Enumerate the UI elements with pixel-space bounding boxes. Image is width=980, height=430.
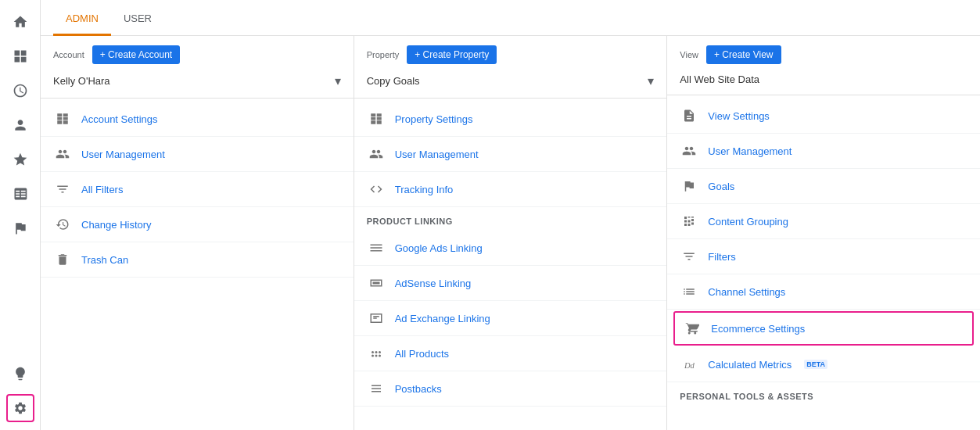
ad-exchange-linking-item[interactable]: Ad Exchange Linking (354, 301, 667, 336)
property-label: Property (367, 50, 400, 59)
user-management-icon (53, 145, 72, 163)
view-header: View + Create View (667, 45, 980, 70)
adsense-linking-item[interactable]: AdSense Linking (354, 266, 667, 301)
property-column: Property + Create Property Copy Goals ▾ … (354, 36, 668, 430)
goals-item[interactable]: Goals (667, 169, 980, 204)
property-chevron-icon: ▾ (648, 73, 654, 88)
property-select-value: Copy Goals (367, 75, 648, 87)
account-chevron-icon: ▾ (335, 73, 341, 88)
svg-text:Dd: Dd (684, 361, 695, 370)
svg-point-2 (379, 351, 381, 353)
create-view-button[interactable]: + Create View (706, 45, 781, 64)
gear-icon[interactable] (6, 394, 34, 422)
channel-settings-label: Channel Settings (708, 286, 785, 298)
clock-icon[interactable] (6, 77, 34, 105)
all-filters-item[interactable]: All Filters (41, 172, 354, 207)
property-select[interactable]: Copy Goals ▾ (354, 70, 667, 99)
top-tabs: ADMIN USER (41, 0, 980, 36)
google-ads-linking-item[interactable]: Google Ads Linking (354, 231, 667, 266)
dashboard-icon[interactable] (6, 42, 34, 70)
content-grouping-icon (680, 212, 698, 231)
adexchange-icon (367, 309, 386, 328)
view-settings-label: View Settings (708, 110, 770, 122)
create-account-button[interactable]: + Create Account (92, 45, 180, 64)
view-user-management-item[interactable]: User Management (667, 134, 980, 169)
home-icon[interactable] (6, 8, 34, 36)
account-header: Account + Create Account (41, 45, 354, 70)
main: ADMIN USER Account + Create Account Kell… (41, 0, 980, 430)
view-filter-icon (680, 247, 698, 266)
user-icon[interactable] (6, 111, 34, 139)
product-linking-label: PRODUCT LINKING (354, 207, 667, 231)
view-user-management-label: User Management (708, 145, 792, 157)
property-user-management-label: User Management (395, 149, 479, 160)
trash-can-label: Trash Can (81, 254, 128, 266)
account-settings-icon (53, 109, 72, 128)
svg-point-5 (379, 355, 381, 357)
change-history-label: Change History (81, 219, 152, 231)
view-label: View (680, 50, 698, 59)
account-label: Account (53, 50, 84, 59)
postbacks-icon (367, 379, 386, 398)
ecommerce-settings-label: Ecommerce Settings (711, 323, 805, 335)
svg-point-4 (375, 355, 377, 357)
content-grouping-item[interactable]: Content Grouping (667, 204, 980, 239)
create-property-button[interactable]: + Create Property (407, 45, 497, 64)
sidebar (0, 0, 41, 430)
postbacks-label: Postbacks (395, 383, 442, 395)
goals-icon (680, 177, 698, 195)
tracking-info-item[interactable]: Tracking Info (354, 172, 667, 207)
tracking-icon (367, 180, 386, 199)
view-column: View + Create View All Web Site Data Vie… (667, 36, 980, 430)
lightbulb-icon[interactable] (6, 360, 34, 388)
content-grouping-label: Content Grouping (708, 216, 788, 228)
calculated-icon: Dd (680, 355, 698, 374)
account-column: Account + Create Account Kelly O'Hara ▾ … (41, 36, 354, 430)
account-user-management-label: User Management (81, 149, 165, 160)
account-select[interactable]: Kelly O'Hara ▾ (41, 70, 354, 99)
view-settings-icon (680, 106, 698, 125)
channel-settings-item[interactable]: Channel Settings (667, 274, 980, 310)
account-select-value: Kelly O'Hara (53, 75, 335, 87)
trash-icon (53, 250, 72, 269)
account-settings-label: Account Settings (81, 113, 158, 125)
flag-icon[interactable] (6, 214, 34, 242)
account-settings-item[interactable]: Account Settings (41, 102, 354, 137)
account-user-management-item[interactable]: User Management (41, 137, 354, 172)
change-history-item[interactable]: Change History (41, 207, 354, 242)
all-products-item[interactable]: All Products (354, 336, 667, 371)
property-user-management-item[interactable]: User Management (354, 137, 667, 172)
personal-tools-label: PERSONAL TOOLS & ASSETS (667, 382, 980, 406)
postbacks-item[interactable]: Postbacks (354, 371, 667, 407)
admin-columns: Account + Create Account Kelly O'Hara ▾ … (41, 36, 980, 430)
property-settings-item[interactable]: Property Settings (354, 102, 667, 137)
tab-user[interactable]: USER (111, 3, 164, 36)
svg-point-0 (372, 351, 374, 353)
view-select[interactable]: All Web Site Data (667, 70, 980, 95)
view-filters-item[interactable]: Filters (667, 239, 980, 274)
history-icon (53, 215, 72, 234)
products-icon (367, 344, 386, 363)
beta-badge: BETA (804, 360, 827, 369)
property-settings-label: Property Settings (395, 113, 473, 125)
tracking-info-label: Tracking Info (395, 184, 454, 195)
adsense-icon (367, 274, 386, 292)
ad-exchange-linking-label: Ad Exchange Linking (395, 313, 490, 324)
ecommerce-icon (683, 319, 702, 338)
view-settings-item[interactable]: View Settings (667, 99, 980, 134)
property-settings-icon (367, 109, 386, 128)
adsense-linking-label: AdSense Linking (395, 278, 472, 289)
all-filters-label: All Filters (81, 184, 123, 195)
goals-label: Goals (708, 181, 734, 192)
ecommerce-settings-item[interactable]: Ecommerce Settings (673, 311, 974, 346)
google-ads-linking-label: Google Ads Linking (395, 242, 483, 254)
all-products-label: All Products (395, 348, 449, 360)
google-ads-icon (367, 238, 386, 257)
view-select-value: All Web Site Data (680, 73, 967, 85)
property-header: Property + Create Property (354, 45, 667, 70)
tab-admin[interactable]: ADMIN (53, 3, 111, 36)
table-icon[interactable] (6, 180, 34, 208)
calculated-metrics-item[interactable]: Dd Calculated Metrics BETA (667, 347, 980, 382)
trash-can-item[interactable]: Trash Can (41, 242, 354, 278)
star-icon[interactable] (6, 145, 34, 174)
